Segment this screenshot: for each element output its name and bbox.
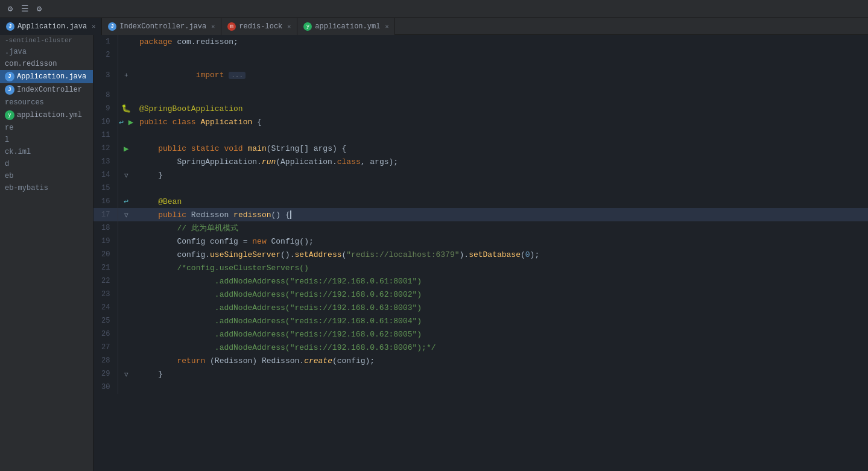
line-number: 10: [93, 115, 118, 128]
line-number: 17: [93, 208, 118, 221]
back2-icon[interactable]: ↩: [124, 197, 128, 206]
sidebar-item-indexcontroller[interactable]: J IndexController: [0, 83, 93, 96]
line-content: [135, 48, 868, 62]
sidebar-item-application[interactable]: J Application.java: [0, 70, 93, 83]
line-gutter: [118, 354, 135, 367]
toolbar: ⚙ ☰ ⚙: [0, 0, 868, 18]
table-row: 2: [93, 48, 868, 62]
tab-label: Application.java: [17, 22, 87, 31]
sidebar-yml-label: application.yml: [17, 111, 82, 119]
line-content: @SpringBootApplication: [135, 102, 868, 115]
line-number: 2: [93, 48, 118, 62]
application-icon: J: [5, 72, 14, 81]
tab-close-btn[interactable]: ✕: [92, 23, 95, 30]
table-row: 13 SpringApplication.run(Application.cla…: [93, 155, 868, 168]
line-content: }: [135, 367, 868, 381]
yml-sidebar-icon: y: [5, 110, 14, 120]
debug-icon[interactable]: 🐛: [121, 104, 131, 113]
sidebar-item-iml[interactable]: ck.iml: [0, 146, 93, 158]
code-editor[interactable]: 1 package com.redisson; 2 3 +: [93, 35, 868, 471]
table-row: 17 ▽ public Redisson redisson() {: [93, 208, 868, 221]
table-row: 8: [93, 89, 868, 102]
sidebar-item-project[interactable]: -sentinel-cluster: [0, 35, 93, 46]
sidebar-indexcontroller-label: IndexController: [17, 86, 82, 94]
line-content: public Redisson redisson() {: [135, 208, 868, 221]
fold-bean-icon[interactable]: ▽: [124, 371, 128, 378]
line-number: 25: [93, 314, 118, 327]
sidebar-item-eb-mybatis[interactable]: eb-mybatis: [0, 182, 93, 194]
line-number: 18: [93, 221, 118, 235]
table-row: 18 // 此为单机模式: [93, 221, 868, 235]
tab-close-btn2[interactable]: ✕: [211, 23, 215, 30]
tab-close-btn3[interactable]: ✕: [287, 23, 291, 30]
table-row: 9 🐛 @SpringBootApplication: [93, 102, 868, 115]
play-main-icon[interactable]: ▶: [124, 144, 128, 154]
menu-icon[interactable]: ☰: [19, 4, 30, 14]
table-row: 25 .addNodeAddress("redis://192.168.0.61…: [93, 314, 868, 327]
line-gutter: [118, 89, 135, 102]
tab-index-controller[interactable]: J IndexController.java ✕: [102, 18, 221, 35]
line-content: public static void main(String[] args) {: [135, 142, 868, 155]
table-row: 23 .addNodeAddress("redis://192.168.0.62…: [93, 288, 868, 301]
tab-redis-lock[interactable]: m redis-lock ✕: [221, 18, 297, 35]
line-content: Config config = new Config();: [135, 235, 868, 248]
line-content: .addNodeAddress("redis://192.168.0.61:80…: [135, 314, 868, 327]
fold-main-icon[interactable]: ▽: [124, 172, 128, 179]
back-icon[interactable]: ↩: [119, 118, 124, 127]
tab-close-btn4[interactable]: ✕: [385, 23, 388, 30]
sidebar-item-re[interactable]: re: [0, 122, 93, 134]
table-row: 12 ▶ public static void main(String[] ar…: [93, 142, 868, 155]
tab-label4: application.yml: [315, 22, 380, 31]
line-gutter: [118, 327, 135, 341]
tabbar: J Application.java ✕ J IndexController.j…: [0, 18, 868, 35]
sidebar-application-label: Application.java: [17, 72, 86, 81]
line-number: 29: [93, 367, 118, 381]
table-row: 27 .addNodeAddress("redis://192.168.0.63…: [93, 341, 868, 354]
line-gutter: [118, 288, 135, 301]
sidebar-item-l[interactable]: l: [0, 134, 93, 146]
line-number: 27: [93, 341, 118, 354]
line-content: .addNodeAddress("redis://192.168.0.63:80…: [135, 341, 868, 354]
line-content: [135, 182, 868, 195]
settings-icon[interactable]: ⚙: [5, 4, 16, 14]
tab-application-yml[interactable]: y application.yml ✕: [297, 18, 395, 35]
table-row: 29 ▽ }: [93, 367, 868, 381]
sidebar-item-resources[interactable]: resources: [0, 96, 93, 109]
line-gutter: ↩: [118, 195, 135, 208]
config-icon[interactable]: ⚙: [34, 4, 45, 14]
line-content: .addNodeAddress("redis://192.168.0.61:80…: [135, 274, 868, 288]
m-icon: m: [227, 22, 236, 31]
line-content: .addNodeAddress("redis://192.168.0.63:80…: [135, 301, 868, 314]
play-icon[interactable]: ▶: [128, 118, 133, 127]
line-number: 22: [93, 274, 118, 288]
table-row: 3 + import ...: [93, 62, 868, 89]
line-gutter: 🐛: [118, 102, 135, 115]
sidebar-item-applicationyml[interactable]: y application.yml: [0, 109, 93, 122]
tab-application-java[interactable]: J Application.java ✕: [0, 18, 102, 35]
tab-label2: IndexController.java: [119, 22, 206, 31]
line-gutter: [118, 48, 135, 62]
sidebar-item-eb[interactable]: eb: [0, 170, 93, 182]
line-content: package com.redisson;: [135, 35, 868, 48]
fold-import-icon[interactable]: +: [124, 72, 128, 79]
sidebar-item-java[interactable]: .java: [0, 46, 93, 58]
line-number: 11: [93, 128, 118, 142]
line-content: [135, 381, 868, 394]
line-number: 28: [93, 354, 118, 367]
sidebar-item-d[interactable]: d: [0, 158, 93, 170]
line-gutter: [118, 274, 135, 288]
line-number: 19: [93, 235, 118, 248]
line-content: return (Redisson) Redisson.create(config…: [135, 354, 868, 367]
sidebar-item-com-redisson[interactable]: com.redisson: [0, 58, 93, 70]
line-number: 3: [93, 62, 118, 89]
line-gutter: [118, 35, 135, 48]
table-row: 15: [93, 182, 868, 195]
line-number: 26: [93, 327, 118, 341]
table-row: 11: [93, 128, 868, 142]
table-row: 26 .addNodeAddress("redis://192.168.0.62…: [93, 327, 868, 341]
fold-redisson-icon[interactable]: ▽: [124, 212, 128, 219]
line-number: 16: [93, 195, 118, 208]
line-number: 21: [93, 261, 118, 274]
line-gutter: [118, 381, 135, 394]
import-collapsed[interactable]: ...: [229, 72, 246, 79]
